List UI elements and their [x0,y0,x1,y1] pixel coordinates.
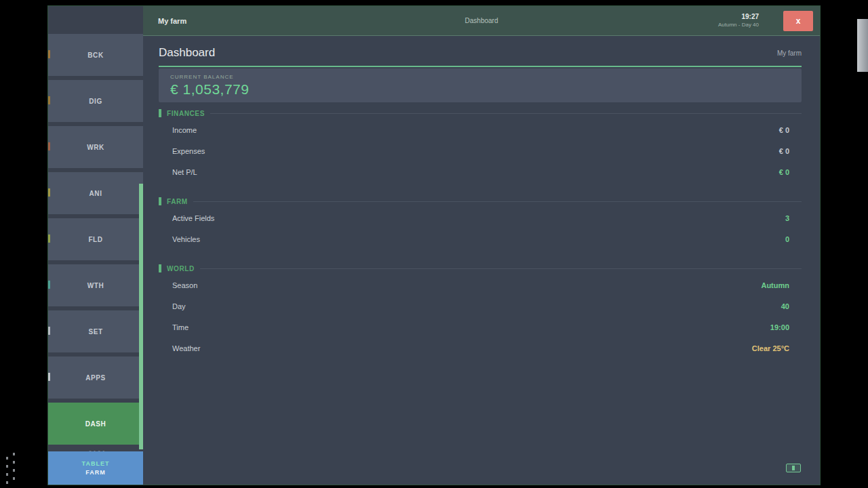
row-label: Time [172,323,189,331]
set-indicator-icon [48,327,50,335]
brand-tablet-label: TABLET [82,460,110,467]
section-header: FARM [159,197,802,205]
row-active-fields: Active Fields 3 [159,207,802,228]
balance-label: CURRENT BALANCE [170,74,802,80]
section-accent-bar [159,109,161,117]
dig-indicator-icon [48,96,50,104]
apps-indicator-icon [48,373,50,381]
sidebar-item-dash[interactable]: DASH [48,403,143,445]
main-column: My farm Dashboard 19:27 Autumn - Day 40 … [143,6,820,485]
sidebar-item-label: FLD [88,236,102,243]
brand-farm-label: FARM [85,469,106,476]
section-rows: Income € 0 Expenses € 0 Net P/L € 0 [159,119,802,182]
clock-text: 19:27 [718,13,759,22]
wrk-indicator-icon [48,142,50,150]
row-label: Season [172,281,197,289]
sidebar-item-label: DASH [85,420,106,428]
section-title: FINANCES [167,110,205,117]
title-divider [159,66,802,67]
topbar: My farm Dashboard 19:27 Autumn - Day 40 … [143,6,820,36]
sidebar-item-label: DIG [89,98,102,105]
sidebar-item-set[interactable]: SET [48,310,143,352]
world-dots-decoration [4,453,19,487]
row-expenses: Expenses € 0 [159,140,802,161]
sidebar-item-fld[interactable]: FLD [48,218,143,260]
version-strip: v0.1.0.1 [48,445,143,451]
bck-indicator-icon [48,50,50,58]
sidebar-item-label: SET [88,328,102,336]
row-season: Season Autumn [159,274,802,296]
row-label: Income [172,126,197,134]
sidebar: BCK DIG WRK ANI FLD WTH [48,6,143,485]
section-accent-bar [159,197,161,205]
page-title: Dashboard [159,46,215,60]
sidebar-item-bck[interactable]: BCK [48,34,143,76]
window-scrollbar-thumb[interactable] [857,19,868,72]
sidebar-item-label: BCK [87,52,103,59]
sidebar-item-dig[interactable]: DIG [48,80,143,122]
section-rows: Season Autumn Day 40 Time 19:00 Weathe [159,274,802,359]
section-title: WORLD [167,265,195,272]
section-header: WORLD [159,264,802,272]
section-rows: Active Fields 3 Vehicles 0 [159,207,802,249]
topbar-farm-name: My farm [158,17,186,25]
row-day: Day 40 [159,296,802,317]
sidebar-footer: TABLET FARM [48,451,143,485]
wth-indicator-icon [48,281,50,289]
sidebar-item-ani[interactable]: ANI [48,172,143,214]
row-label: Expenses [172,147,205,155]
row-label: Active Fields [172,214,214,222]
section-rule [200,268,802,269]
section-header: FINANCES [159,109,802,117]
row-value: 19:00 [770,323,789,331]
row-weather: Weather Clear 25°C [159,338,802,359]
game-screen: BCK DIG WRK ANI FLD WTH [0,0,868,488]
row-value: 0 [785,235,789,243]
row-label: Weather [172,344,200,352]
row-value: 3 [785,214,789,222]
page-title-row: Dashboard My farm [159,40,802,66]
ani-indicator-icon [48,188,50,197]
row-value: Clear 25°C [752,344,789,352]
sidebar-item-label: APPS [85,374,106,382]
section-accent-bar [159,264,161,272]
topbar-clock-block: 19:27 Autumn - Day 40 [718,13,759,28]
section-farm: FARM Active Fields 3 Vehicles 0 [159,197,802,249]
date-text: Autumn - Day 40 [718,22,759,28]
dashboard-content: Dashboard My farm CURRENT BALANCE € 1,05… [143,36,820,485]
sidebar-item-label: WTH [87,282,104,289]
row-income: Income € 0 [159,119,802,140]
row-label: Day [172,302,186,310]
sidebar-item-label: ANI [89,190,102,197]
row-label: Vehicles [172,235,200,243]
row-value: € 0 [779,168,789,176]
fld-indicator-icon [48,235,50,243]
row-vehicles: Vehicles 0 [159,228,802,249]
section-world: WORLD Season Autumn Day 40 Tim [159,264,802,359]
row-time: Time 19:00 [159,317,802,338]
tablet-panel: BCK DIG WRK ANI FLD WTH [47,5,821,485]
row-value: € 0 [779,126,789,134]
row-value: Autumn [761,281,789,289]
row-net-pl: Net P/L € 0 [159,161,802,182]
row-value: 40 [781,302,789,310]
close-button[interactable]: x [783,11,813,31]
battery-icon [786,464,801,472]
row-label: Net P/L [172,168,197,176]
sidebar-item-apps[interactable]: APPS [48,357,143,399]
page-farm-label: My farm [777,49,802,57]
sidebar-header-spacer [48,6,143,34]
section-rule [210,113,802,114]
sidebar-item-wth[interactable]: WTH [48,264,143,306]
section-finances: FINANCES Income € 0 Expenses € 0 [159,109,802,182]
section-rule [193,201,802,202]
balance-value: € 1,053,779 [170,81,802,98]
sidebar-item-wrk[interactable]: WRK [48,126,143,168]
section-title: FARM [167,198,188,205]
balance-card: CURRENT BALANCE € 1,053,779 [159,68,802,102]
row-value: € 0 [779,147,789,155]
sidebar-item-label: WRK [87,144,104,151]
